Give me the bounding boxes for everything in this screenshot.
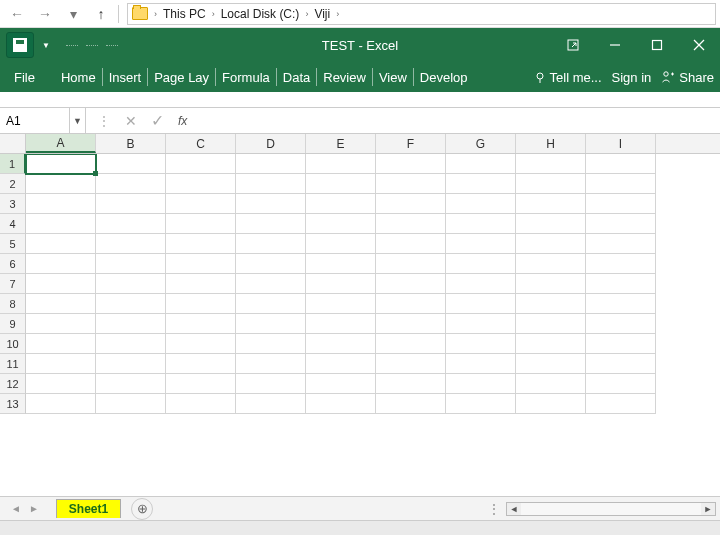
cell[interactable] (516, 354, 586, 374)
cell[interactable] (586, 294, 656, 314)
cell[interactable] (446, 274, 516, 294)
row-header[interactable]: 11 (0, 354, 26, 374)
formula-dots-icon[interactable]: ⋮ (98, 114, 111, 128)
cell[interactable] (166, 274, 236, 294)
cell[interactable] (306, 394, 376, 414)
nav-forward-icon[interactable]: → (32, 3, 58, 25)
name-box-dropdown-icon[interactable]: ▼ (70, 108, 86, 133)
cell[interactable] (446, 234, 516, 254)
cell[interactable] (446, 394, 516, 414)
row-header[interactable]: 6 (0, 254, 26, 274)
breadcrumb[interactable]: Viji (314, 7, 330, 21)
row-header[interactable]: 12 (0, 374, 26, 394)
cell[interactable] (236, 234, 306, 254)
address-box[interactable]: › This PC › Local Disk (C:) › Viji › (127, 3, 716, 25)
breadcrumb[interactable]: Local Disk (C:) (221, 7, 300, 21)
cell[interactable] (586, 274, 656, 294)
cell[interactable] (306, 314, 376, 334)
cell[interactable] (96, 174, 166, 194)
tab-data[interactable]: Data (277, 68, 317, 86)
horizontal-scrollbar[interactable]: ◄ ► (506, 502, 716, 516)
cell[interactable] (306, 334, 376, 354)
minimize-button[interactable] (594, 28, 636, 62)
cell[interactable] (26, 254, 96, 274)
cell[interactable] (376, 354, 446, 374)
cell[interactable] (236, 214, 306, 234)
scroll-right-icon[interactable]: ► (701, 503, 715, 515)
cell[interactable] (26, 394, 96, 414)
nav-up-icon[interactable]: ↑ (88, 3, 114, 25)
scroll-track[interactable] (521, 503, 701, 515)
tab-page-layout[interactable]: Page Lay (148, 68, 216, 86)
cell[interactable] (516, 374, 586, 394)
formula-bar-input[interactable] (199, 108, 720, 133)
cell[interactable] (376, 234, 446, 254)
enter-formula-icon[interactable]: ✓ (151, 111, 164, 130)
column-header[interactable]: C (166, 134, 236, 153)
cell[interactable] (166, 254, 236, 274)
cell[interactable] (236, 274, 306, 294)
cell[interactable] (516, 254, 586, 274)
cell[interactable] (376, 394, 446, 414)
cell[interactable] (376, 154, 446, 174)
cell[interactable] (586, 154, 656, 174)
row-header[interactable]: 2 (0, 174, 26, 194)
fx-label[interactable]: fx (178, 114, 187, 128)
cell[interactable] (96, 274, 166, 294)
row-header[interactable]: 7 (0, 274, 26, 294)
cell[interactable] (446, 314, 516, 334)
cell[interactable] (446, 334, 516, 354)
cell[interactable] (96, 254, 166, 274)
tab-home[interactable]: Home (55, 68, 103, 86)
cell[interactable] (306, 194, 376, 214)
cell[interactable] (166, 214, 236, 234)
cell[interactable] (96, 154, 166, 174)
cell[interactable] (96, 194, 166, 214)
cell[interactable] (306, 354, 376, 374)
tell-me-search[interactable]: Tell me... (534, 70, 602, 85)
file-tab[interactable]: File (0, 62, 49, 92)
cell[interactable] (586, 194, 656, 214)
row-header[interactable]: 9 (0, 314, 26, 334)
cell[interactable] (96, 394, 166, 414)
select-all-corner[interactable] (0, 134, 26, 153)
cancel-formula-icon[interactable]: ✕ (125, 113, 137, 129)
ribbon-display-options-icon[interactable] (552, 28, 594, 62)
cell[interactable] (236, 354, 306, 374)
cell[interactable] (586, 174, 656, 194)
cell[interactable] (376, 214, 446, 234)
cell[interactable] (516, 194, 586, 214)
active-cell[interactable] (26, 154, 96, 174)
cell[interactable] (516, 394, 586, 414)
cell[interactable] (26, 234, 96, 254)
name-box[interactable]: A1 (0, 108, 70, 133)
tab-formulas[interactable]: Formula (216, 68, 277, 86)
cell[interactable] (516, 334, 586, 354)
cell[interactable] (446, 374, 516, 394)
cell[interactable] (376, 374, 446, 394)
cell[interactable] (586, 354, 656, 374)
breadcrumb[interactable]: This PC (163, 7, 206, 21)
column-header[interactable]: D (236, 134, 306, 153)
column-header[interactable]: H (516, 134, 586, 153)
cell[interactable] (586, 374, 656, 394)
cell[interactable] (306, 294, 376, 314)
cell[interactable] (376, 314, 446, 334)
cell[interactable] (516, 314, 586, 334)
cell[interactable] (586, 214, 656, 234)
cell[interactable] (96, 334, 166, 354)
cell[interactable] (446, 154, 516, 174)
cell[interactable] (306, 234, 376, 254)
tab-view[interactable]: View (373, 68, 414, 86)
cell[interactable] (166, 174, 236, 194)
cell[interactable] (96, 314, 166, 334)
cell[interactable] (96, 354, 166, 374)
cell[interactable] (446, 294, 516, 314)
row-header[interactable]: 4 (0, 214, 26, 234)
cell[interactable] (166, 354, 236, 374)
cell[interactable] (236, 334, 306, 354)
cell[interactable] (166, 194, 236, 214)
cell[interactable] (166, 334, 236, 354)
tab-developer[interactable]: Develop (414, 68, 474, 86)
tab-review[interactable]: Review (317, 68, 373, 86)
